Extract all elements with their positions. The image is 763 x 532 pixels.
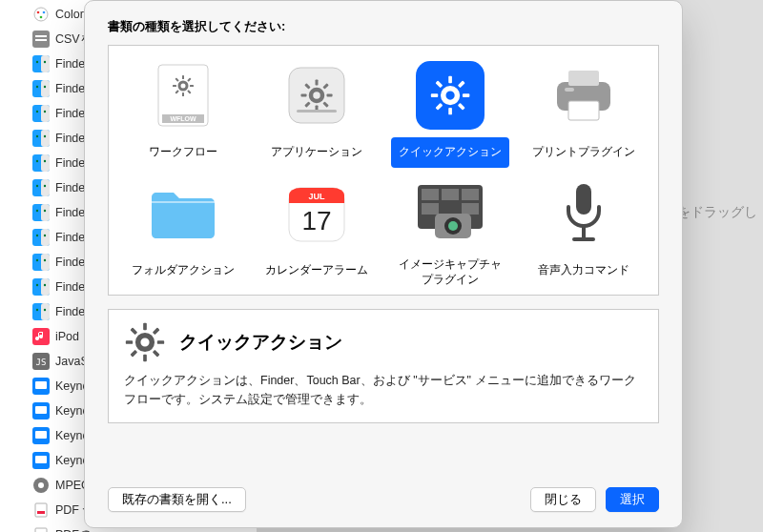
background-item-label: Finde <box>55 256 85 269</box>
capture-icon <box>414 177 486 250</box>
svg-rect-20 <box>41 130 50 147</box>
svg-rect-123 <box>143 323 147 330</box>
csv-icon <box>32 31 50 48</box>
svg-rect-103 <box>568 101 599 120</box>
svg-rect-129 <box>130 328 137 336</box>
svg-rect-16 <box>41 105 50 122</box>
svg-rect-32 <box>41 204 50 221</box>
svg-rect-93 <box>448 76 452 83</box>
app-icon: 48 48"> <box>280 59 353 132</box>
svg-rect-104 <box>565 88 574 92</box>
svg-point-9 <box>36 61 38 63</box>
svg-text:WFLOW: WFLOW <box>170 115 196 122</box>
svg-rect-73 <box>190 85 194 87</box>
template-option-quickaction[interactable]: 48 48">クイックアクション <box>387 55 513 168</box>
detail-description: クイックアクションは、Finder、Touch Bar、および "サービス" メ… <box>124 371 643 409</box>
svg-point-17 <box>36 111 38 113</box>
svg-rect-8 <box>41 55 50 72</box>
svg-point-3 <box>40 16 43 19</box>
svg-rect-6 <box>35 39 47 41</box>
gear-blue-icon: 48 48"> <box>414 59 486 132</box>
gear-icon <box>124 321 166 363</box>
template-option-printplugin[interactable]: プリントプラグイン <box>521 55 647 168</box>
svg-rect-96 <box>463 93 469 97</box>
svg-rect-126 <box>157 340 164 344</box>
template-option-label: 音声入力コマンド <box>530 256 637 286</box>
svg-rect-55 <box>35 381 47 389</box>
svg-rect-36 <box>41 229 50 246</box>
svg-rect-85 <box>327 94 333 97</box>
background-item-label: PDFの <box>55 527 92 533</box>
svg-rect-115 <box>462 203 479 215</box>
template-option-workflow[interactable]: 48 48">WFLOWワークフロー <box>120 55 246 168</box>
template-option-imagecapture[interactable]: イメージキャプチャ プラグイン <box>387 174 513 289</box>
svg-rect-113 <box>462 189 479 200</box>
svg-point-0 <box>34 8 48 21</box>
svg-point-33 <box>36 210 38 212</box>
background-item-label: Finde <box>55 82 85 95</box>
template-option-label: フォルダアクション <box>124 256 242 286</box>
choose-button[interactable]: 選択 <box>606 487 659 512</box>
svg-rect-84 <box>301 94 307 97</box>
svg-rect-66 <box>35 528 47 532</box>
svg-rect-119 <box>576 184 591 215</box>
background-item-label: Finde <box>55 280 85 294</box>
background-item-label: iPod <box>55 330 79 343</box>
svg-point-41 <box>36 259 38 261</box>
detail-title: クイックアクション <box>179 330 342 355</box>
svg-rect-59 <box>35 431 47 439</box>
svg-point-118 <box>448 221 458 231</box>
svg-rect-102 <box>568 71 599 86</box>
svg-point-14 <box>44 86 46 88</box>
svg-rect-61 <box>35 456 47 463</box>
finder-icon <box>32 303 50 320</box>
svg-rect-91 <box>416 61 485 130</box>
background-item-label: Finde <box>55 231 85 244</box>
svg-point-2 <box>43 11 46 14</box>
finder-icon <box>32 229 50 246</box>
svg-rect-40 <box>41 254 50 271</box>
pdf-icon <box>32 526 50 532</box>
finder-icon <box>32 80 50 97</box>
background-item-label: Finde <box>55 156 85 170</box>
svg-point-26 <box>44 160 46 162</box>
svg-point-38 <box>44 235 46 236</box>
template-option-label: イメージキャプチャ プラグイン <box>391 256 509 289</box>
template-option-calendaralarm[interactable]: JUL17カレンダーアラーム <box>254 174 380 289</box>
finder-icon <box>32 278 50 296</box>
svg-point-18 <box>44 111 46 113</box>
svg-point-1 <box>37 11 40 14</box>
svg-rect-95 <box>431 93 438 97</box>
background-item-label: Finde <box>55 107 85 120</box>
svg-text:JUL: JUL <box>308 192 325 201</box>
svg-rect-120 <box>582 226 586 237</box>
folder-icon <box>147 177 219 250</box>
dialog-footer: 既存の書類を開く... 閉じる 選択 <box>108 474 659 512</box>
finder-icon <box>32 105 50 122</box>
svg-rect-12 <box>41 80 50 97</box>
calendar-icon: JUL17 <box>280 177 353 250</box>
close-button[interactable]: 閉じる <box>530 487 596 512</box>
svg-rect-121 <box>572 237 595 241</box>
keynote-icon <box>32 402 50 419</box>
wflow-icon: 48 48">WFLOW <box>147 59 219 132</box>
template-option-dictation[interactable]: 音声入力コマンド <box>521 174 647 289</box>
svg-point-34 <box>44 210 46 212</box>
template-option-label: アプリケーション <box>263 137 370 168</box>
template-option-application[interactable]: 48 48">アプリケーション <box>254 55 380 168</box>
background-item-label: Finde <box>55 57 85 71</box>
template-option-folderaction[interactable]: フォルダアクション <box>120 174 246 289</box>
open-existing-button[interactable]: 既存の書類を開く... <box>108 487 246 512</box>
svg-text:JS: JS <box>36 358 47 367</box>
finder-icon <box>32 179 50 196</box>
detail-panel: クイックアクション クイックアクションは、Finder、Touch Bar、およ… <box>108 309 659 423</box>
svg-rect-125 <box>126 340 133 344</box>
svg-point-42 <box>44 259 46 261</box>
dialog-title: 書類の種類を選択してください: <box>108 18 659 35</box>
svg-rect-65 <box>37 511 45 514</box>
svg-rect-111 <box>422 189 439 200</box>
svg-rect-24 <box>41 154 50 172</box>
printer-icon <box>547 59 620 132</box>
keynote-icon <box>32 427 50 444</box>
finder-icon <box>32 130 50 147</box>
